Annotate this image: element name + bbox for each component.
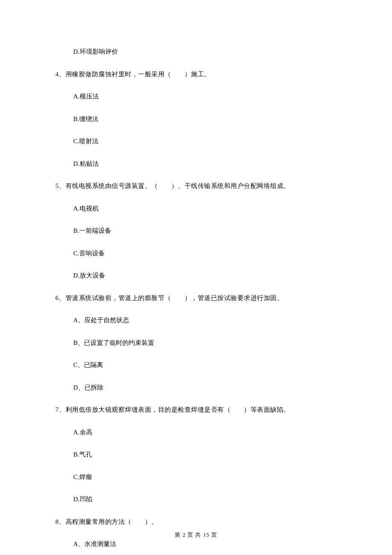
question-option: B、已设置了临时的约束装置 [55,338,337,348]
page-body: D.环境影响评价 4、用橡胶做防腐蚀衬里时，一般采用（ ）施工。 A.模压法 B… [0,0,392,555]
question-option: B.一前端设备 [55,226,337,236]
question-option: A、应处于自然状态 [55,315,337,325]
question-option: D、已拆除 [55,383,337,393]
page-footer: 第 2 页 共 15 页 [0,531,392,539]
question-option: C.焊瘤 [55,472,337,482]
question-stem: 5、有线电视系统由信号源装置、（ ）、干线传输系统和用户分配网络组成。 [55,181,337,191]
question-stem: 8、高程测量常用的方法（ ）。 [55,517,337,527]
question-option: D.放大设备 [55,271,337,280]
orphan-option: D.环境影响评价 [55,47,337,57]
question-option: C.音响设备 [55,249,337,258]
question-option: A、水准测量法 [55,539,337,549]
question-option: D.凹陷 [55,494,337,504]
question-option: A.电视机 [55,204,337,214]
question-option: B.气孔 [55,450,337,460]
question-option: A.余高 [55,428,337,437]
question-option: C、已隔离 [55,360,337,370]
question-stem: 7、利用低倍放大镜观察焊缝表面，目的是检查焊缝是否有（ ）等表面缺陷。 [55,405,337,415]
question-stem: 4、用橡胶做防腐蚀衬里时，一般采用（ ）施工。 [55,69,337,79]
question-option: B.缠绕法 [55,114,337,124]
question-stem: 6、管道系统试验前，管道上的膨胀节（ ），管道已按试验要求进行加固。 [55,293,337,303]
question-option: D.粘贴法 [55,159,337,169]
question-option: A.模压法 [55,92,337,101]
question-option: C.喷射法 [55,136,337,146]
